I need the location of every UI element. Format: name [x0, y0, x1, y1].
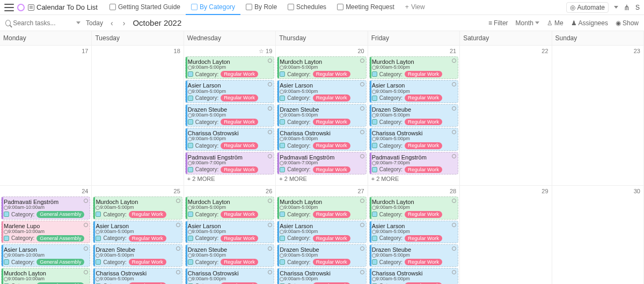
calendar-cell[interactable]: 30	[552, 186, 644, 284]
category-pill: General Assembly	[36, 235, 84, 242]
calendar-cell[interactable]: 28Murdoch Layton9:00am-5:00pmCategory:Re…	[368, 186, 460, 284]
category-pill: Regular Work	[405, 259, 442, 265]
category-label: Category:	[287, 235, 310, 241]
category-icon	[188, 143, 193, 148]
calendar-event[interactable]: Drazen Steube9:00am-5:00pmCategory:Regul…	[185, 244, 274, 267]
calendar-cell[interactable]: 20Murdoch Layton9:00am-5:00pmCategory:Re…	[276, 46, 368, 186]
calendar-event[interactable]: Asier Larson9:00am-5:00pmCategory:Regula…	[93, 221, 182, 243]
calendar-event[interactable]: Asier Larson9:00am-5:00pmCategory:Regula…	[369, 221, 458, 243]
calendar-event[interactable]: Charissa Ostrowski9:00am-5:00pmCategory:…	[277, 128, 366, 150]
calendar-event[interactable]: Charissa Ostrowski9:00am-5:00pmCategory:…	[369, 268, 458, 284]
date-number: 26	[266, 188, 272, 194]
tab-meeting-request[interactable]: Meeting Request	[332, 0, 400, 15]
today-button[interactable]: Today	[86, 19, 103, 27]
app-logo-icon[interactable]	[17, 4, 25, 11]
menu-icon[interactable]	[4, 4, 14, 11]
calendar-event[interactable]: Asier Larson9:00am-5:00pmCategory:Regula…	[369, 80, 458, 103]
event-time: 9:00am-5:00pm	[96, 205, 179, 210]
calendar-cell[interactable]: 26Murdoch Layton9:00am-5:00pmCategory:Re…	[184, 186, 276, 284]
filter-button[interactable]: ≡Filter	[488, 19, 508, 27]
recurring-icon	[268, 223, 272, 227]
category-label: Category:	[11, 212, 34, 217]
category-icon	[188, 212, 193, 217]
calendar-event[interactable]: Padmavati Engström9:00am-7:00pmCategory:…	[369, 152, 458, 174]
calendar-event[interactable]: Asier Larson9:00am-5:00pmCategory:Regula…	[277, 221, 366, 243]
calendar-event[interactable]: Murdoch Layton9:00am-5:00pmCategory:Regu…	[369, 196, 458, 219]
me-filter[interactable]: ♙Me	[547, 19, 564, 27]
calendar-event[interactable]: Padmavati Engström9:00am-7:00pmCategory:…	[185, 152, 274, 174]
calendar-week: 24Padmavati Engström9:00am-10:00amCatego…	[0, 186, 644, 284]
chevron-down-icon[interactable]	[76, 21, 80, 24]
calendar-event[interactable]: Murdoch Layton9:00am-5:00pmCategory:Regu…	[185, 196, 274, 219]
search-input[interactable]	[13, 19, 74, 27]
day-header-row: MondayTuesdayWednesdayThursdayFridaySatu…	[0, 31, 644, 46]
automate-button[interactable]: ◎Automate	[566, 2, 609, 13]
category-label: Category:	[195, 71, 218, 77]
month-dropdown[interactable]: Month	[516, 19, 539, 27]
calendar-event[interactable]: Asier Larson9:00am-5:00pmCategory:Regula…	[185, 80, 274, 103]
calendar-event[interactable]: Marlene Lupo9:00am-10:00amCategory:Gener…	[1, 221, 90, 243]
category-icon	[280, 119, 285, 125]
calendar-cell[interactable]: 21Murdoch Layton9:00am-5:00pmCategory:Re…	[368, 46, 460, 186]
tab-getting-started[interactable]: Getting Started Guide	[104, 0, 186, 15]
chevron-down-icon	[535, 21, 539, 24]
calendar-event[interactable]: Charissa Ostrowski9:00am-5:00pmCategory:…	[185, 128, 274, 150]
category-pill: Regular Work	[313, 166, 350, 173]
category-icon	[96, 236, 101, 241]
event-time: 9:00am-5:00pm	[372, 253, 456, 258]
calendar-cell[interactable]: 22	[460, 46, 552, 186]
assignees-filter[interactable]: ♟Assignees	[571, 19, 608, 27]
category-label: Category:	[379, 95, 402, 101]
calendar-event[interactable]: Charissa Ostrowski9:00am-5:00pmCategory:…	[185, 268, 274, 284]
calendar-event[interactable]: Drazen Steube9:00am-5:00pmCategory:Regul…	[93, 244, 182, 267]
recurring-icon	[84, 223, 88, 227]
calendar-cell[interactable]: 19Murdoch Layton9:00am-5:00pmCategory:Re…	[184, 46, 276, 186]
calendar-event[interactable]: Asier Larson9:00am-10:00amCategory:Gener…	[1, 244, 90, 267]
calendar-event[interactable]: Murdoch Layton9:00am-5:00pmCategory:Regu…	[277, 196, 366, 219]
calendar-cell[interactable]: 24Padmavati Engström9:00am-10:00amCatego…	[0, 186, 92, 284]
category-pill: Regular Work	[313, 142, 350, 149]
calendar-event[interactable]: Asier Larson9:00am-5:00pmCategory:Regula…	[277, 80, 366, 103]
calendar-event[interactable]: Asier Larson9:00am-5:00pmCategory:Regula…	[185, 221, 274, 243]
calendar-cell[interactable]: 17	[0, 46, 92, 186]
tab-label: By Category	[200, 3, 235, 11]
calendar-event[interactable]: Drazen Steube9:00am-5:00pmCategory:Regul…	[369, 244, 458, 267]
calendar-cell[interactable]: 25Murdoch Layton9:00am-5:00pmCategory:Re…	[92, 186, 184, 284]
calendar-event[interactable]: Padmavati Engström9:00am-7:00pmCategory:…	[277, 152, 366, 174]
more-events-button[interactable]: + 2 MORE	[185, 174, 274, 183]
day-header: Thursday	[276, 31, 368, 45]
calendar-cell[interactable]: 23	[552, 46, 644, 186]
calendar-event[interactable]: Charissa Ostrowski9:00am-5:00pmCategory:…	[93, 268, 182, 284]
calendar-event[interactable]: Drazen Steube9:00am-5:00pmCategory:Regul…	[185, 104, 274, 127]
add-view-button[interactable]: +View	[400, 0, 430, 15]
calendar-event[interactable]: Murdoch Layton9:00am-10:00amCategory:Gen…	[1, 268, 90, 284]
more-events-button[interactable]: + 2 MORE	[369, 174, 458, 183]
share-icon[interactable]: ⋔	[624, 3, 630, 12]
filter-label: Filter	[494, 19, 508, 27]
calendar-event[interactable]: Murdoch Layton9:00am-5:00pmCategory:Regu…	[185, 56, 274, 79]
tab-by-role[interactable]: By Role	[240, 0, 282, 15]
prev-month-button[interactable]: ‹	[108, 19, 115, 27]
category-icon	[372, 259, 377, 265]
show-button[interactable]: ◉Show	[616, 19, 639, 27]
category-icon	[372, 119, 377, 125]
category-icon	[280, 143, 285, 148]
calendar-event[interactable]: Murdoch Layton9:00am-5:00pmCategory:Regu…	[369, 56, 458, 79]
calendar-event[interactable]: Drazen Steube9:00am-5:00pmCategory:Regul…	[277, 104, 366, 127]
page-title[interactable]: Calendar To Do List	[28, 3, 98, 11]
next-month-button[interactable]: ›	[121, 19, 128, 27]
tab-schedules[interactable]: Schedules	[282, 0, 332, 15]
calendar-event[interactable]: Charissa Ostrowski9:00am-5:00pmCategory:…	[277, 268, 366, 284]
calendar-event[interactable]: Drazen Steube9:00am-5:00pmCategory:Regul…	[277, 244, 366, 267]
calendar-event[interactable]: Drazen Steube9:00am-5:00pmCategory:Regul…	[369, 104, 458, 127]
calendar-event[interactable]: Padmavati Engström9:00am-10:00amCategory…	[1, 196, 90, 219]
calendar-cell[interactable]: 29	[460, 186, 552, 284]
calendar-event[interactable]: Charissa Ostrowski9:00am-5:00pmCategory:…	[369, 128, 458, 150]
calendar-cell[interactable]: 18	[92, 46, 184, 186]
calendar-event[interactable]: Murdoch Layton9:00am-5:00pmCategory:Regu…	[93, 196, 182, 219]
chevron-down-icon[interactable]	[614, 6, 618, 9]
calendar-event[interactable]: Murdoch Layton9:00am-5:00pmCategory:Regu…	[277, 56, 366, 79]
more-events-button[interactable]: + 2 MORE	[277, 174, 366, 183]
calendar-cell[interactable]: 27Murdoch Layton9:00am-5:00pmCategory:Re…	[276, 186, 368, 284]
tab-by-category[interactable]: By Category	[186, 0, 240, 15]
